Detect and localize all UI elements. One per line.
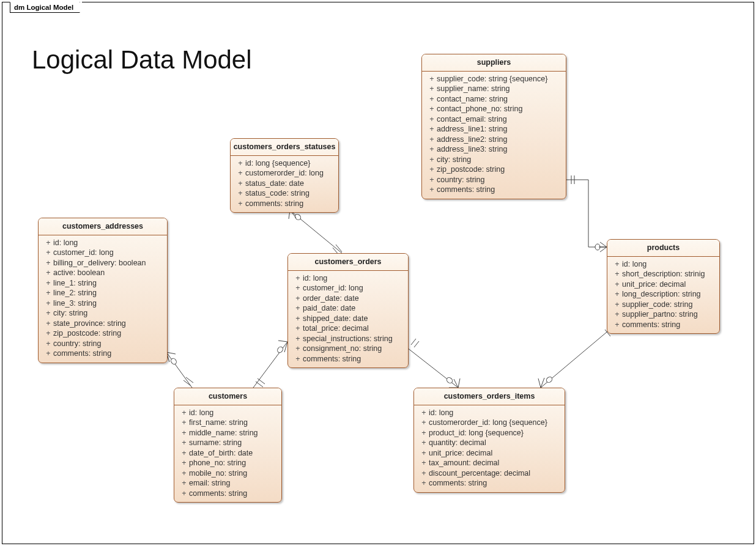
visibility-public-icon: +	[419, 418, 429, 428]
visibility-public-icon: +	[43, 339, 53, 349]
entity-customers-orders-items[interactable]: customers_orders_items+id: long+customer…	[413, 388, 565, 493]
attribute-text: address_line3: string	[437, 144, 561, 155]
attribute-row: +address_line2: string	[427, 135, 561, 145]
entity-header: suppliers	[422, 54, 566, 72]
attribute-row: +shipped_date: date	[293, 314, 403, 324]
entity-suppliers[interactable]: suppliers+supplier_code: string {sequenc…	[421, 54, 566, 199]
svg-line-16	[258, 378, 265, 384]
attribute-text: paid_date: date	[303, 303, 403, 314]
entity-customers-orders-statuses[interactable]: customers_orders_statuses+id: long {sequ…	[230, 138, 339, 213]
attribute-row: +contact_email: string	[427, 114, 561, 125]
visibility-public-icon: +	[43, 288, 53, 298]
attribute-row: +product_id: long {sequence}	[419, 428, 560, 438]
attribute-text: comments: string	[245, 199, 333, 209]
visibility-public-icon: +	[293, 354, 303, 364]
svg-line-18	[278, 341, 287, 342]
attribute-row: +city: string	[43, 308, 162, 319]
svg-line-39	[600, 247, 607, 252]
attribute-text: short_description: strinig	[622, 269, 714, 279]
attribute-row: +first_name: string	[179, 418, 276, 428]
entity-header: customers_orders_items	[414, 388, 565, 405]
svg-line-38	[600, 242, 607, 247]
visibility-public-icon: +	[419, 428, 429, 438]
visibility-public-icon: +	[612, 279, 622, 290]
visibility-public-icon: +	[43, 268, 53, 278]
attribute-text: consignment_no: string	[303, 344, 403, 354]
attribute-row: +country: string	[43, 339, 162, 349]
visibility-public-icon: +	[427, 124, 437, 135]
visibility-public-icon: +	[419, 478, 429, 489]
attribute-row: +supplier_code: string	[612, 300, 714, 310]
attribute-text: total_price: decimal	[303, 323, 403, 334]
visibility-public-icon: +	[293, 293, 303, 304]
visibility-public-icon: +	[293, 303, 303, 314]
entity-customers-orders[interactable]: customers_orders+id: long+customer_id: l…	[287, 253, 409, 368]
visibility-public-icon: +	[612, 269, 622, 279]
attribute-row: +customer_id: long	[43, 248, 162, 258]
attribute-row: +comments: string	[419, 478, 560, 489]
rel-orders-statuses	[289, 209, 342, 255]
visibility-public-icon: +	[293, 344, 303, 354]
attribute-row: +zip_postcode: string	[43, 328, 162, 339]
visibility-public-icon: +	[43, 319, 53, 329]
attribute-text: contact_email: string	[437, 114, 561, 125]
visibility-public-icon: +	[179, 458, 189, 468]
attribute-text: comments: string	[622, 320, 714, 330]
entity-customers[interactable]: customers+id: long+first_name: string+mi…	[174, 388, 282, 503]
attribute-row: +supplier_name: string	[427, 84, 561, 94]
attribute-text: state_province: string	[53, 319, 162, 329]
attribute-list: +id: long {sequence}+customerorder_id: l…	[231, 156, 338, 213]
attribute-row: +customer_id: long	[293, 283, 403, 293]
attribute-row: +id: long	[612, 259, 714, 270]
attribute-text: unit_price: decimal	[622, 279, 714, 290]
attribute-list: +id: long+first_name: string+middle_name…	[174, 405, 281, 503]
visibility-public-icon: +	[235, 199, 245, 209]
visibility-public-icon: +	[612, 309, 622, 320]
attribute-text: city: string	[437, 155, 561, 165]
visibility-public-icon: +	[179, 418, 189, 428]
svg-line-27	[454, 379, 458, 388]
visibility-public-icon: +	[293, 283, 303, 293]
attribute-text: discount_percentage: decimal	[429, 468, 560, 479]
attribute-row: +comments: string	[612, 320, 714, 330]
visibility-public-icon: +	[43, 308, 53, 319]
attribute-text: mobile_no: string	[189, 468, 276, 479]
entity-customers-addresses[interactable]: customers_addresses+id: long+customer_id…	[38, 218, 168, 363]
attribute-list: +id: long+customerorder_id: long {sequen…	[414, 405, 565, 492]
visibility-public-icon: +	[427, 94, 437, 105]
attribute-row: +phone_no: string	[179, 458, 276, 468]
rel-orders-items	[407, 339, 460, 388]
visibility-public-icon: +	[43, 238, 53, 248]
attribute-row: +state_province: string	[43, 319, 162, 329]
visibility-public-icon: +	[419, 448, 429, 459]
attribute-text: address_line1: string	[437, 124, 561, 135]
svg-line-22	[411, 339, 416, 345]
visibility-public-icon: +	[419, 468, 429, 479]
attribute-row: +customerorder_id: long	[235, 168, 333, 179]
svg-line-26	[458, 378, 460, 388]
attribute-row: +line_3: string	[43, 298, 162, 309]
attribute-text: long_description: string	[622, 289, 714, 300]
visibility-public-icon: +	[427, 74, 437, 84]
visibility-public-icon: +	[419, 458, 429, 468]
attribute-text: comments: string	[303, 354, 403, 364]
attribute-row: +address_line3: string	[427, 144, 561, 155]
attribute-text: supplier_partno: string	[622, 309, 714, 320]
visibility-public-icon: +	[427, 84, 437, 94]
attribute-text: status_code: string	[245, 188, 333, 199]
attribute-row: +unit_price: decimal	[612, 279, 714, 290]
entity-products[interactable]: products+id: long+short_description: str…	[607, 239, 720, 334]
visibility-public-icon: +	[612, 289, 622, 300]
attribute-text: address_line2: string	[437, 135, 561, 145]
visibility-public-icon: +	[427, 175, 437, 185]
svg-line-15	[256, 382, 263, 387]
attribute-text: comments: string	[53, 349, 162, 359]
attribute-text: quantity: decimal	[429, 438, 560, 448]
attribute-row: +quantity: decimal	[419, 438, 560, 448]
attribute-text: active: boolean	[53, 268, 162, 278]
visibility-public-icon: +	[235, 188, 245, 199]
attribute-list: +id: long+customer_id: long+order_date: …	[288, 271, 408, 368]
rel-suppliers-products	[565, 175, 607, 252]
visibility-public-icon: +	[43, 258, 53, 268]
attribute-row: +discount_percentage: decimal	[419, 468, 560, 479]
